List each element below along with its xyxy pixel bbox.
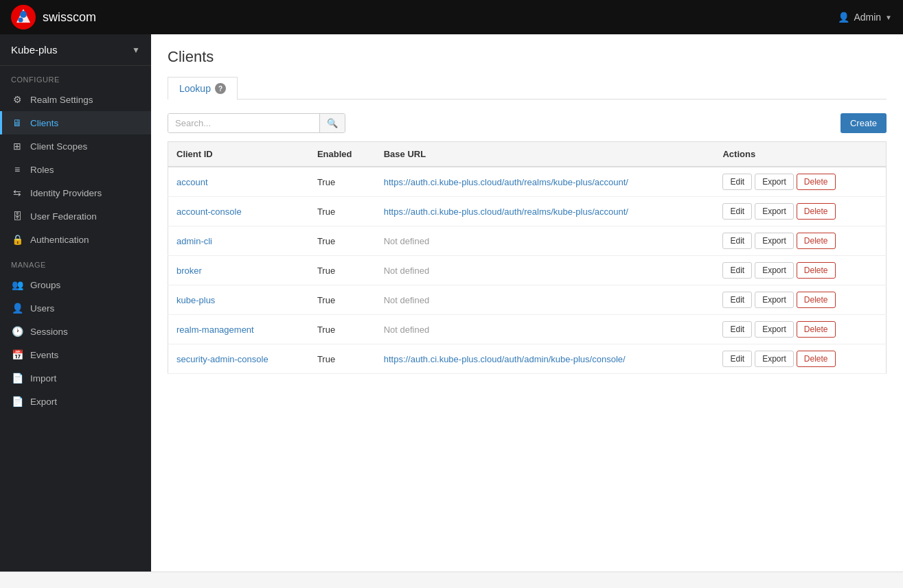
edit-button[interactable]: Edit — [722, 292, 752, 308]
tab-lookup[interactable]: Lookup ? — [168, 77, 238, 99]
delete-button[interactable]: Delete — [797, 233, 836, 249]
export-button[interactable]: Export — [755, 262, 794, 279]
sidebar-item-groups-label: Groups — [30, 280, 60, 290]
sidebar-item-export[interactable]: 📄 Export — [0, 390, 151, 413]
edit-button[interactable]: Edit — [722, 262, 752, 279]
help-icon[interactable]: ? — [215, 83, 226, 94]
export-button[interactable]: Export — [755, 174, 794, 190]
edit-button[interactable]: Edit — [722, 174, 752, 190]
content-area: Clients Lookup ? 🔍 Create Client ID Enab… — [151, 34, 903, 572]
cell-client-id: kube-plus — [168, 285, 309, 315]
export-button[interactable]: Export — [755, 321, 794, 338]
svg-point-2 — [20, 11, 27, 18]
cell-base-url: https://auth.ci.kube-plus.cloud/auth/adm… — [376, 344, 715, 374]
client-id-link[interactable]: security-admin-console — [176, 354, 268, 364]
export-button[interactable]: Export — [755, 292, 794, 308]
base-url-link[interactable]: https://auth.ci.kube-plus.cloud/auth/adm… — [384, 354, 626, 364]
base-url-link[interactable]: https://auth.ci.kube-plus.cloud/auth/rea… — [384, 177, 628, 187]
edit-button[interactable]: Edit — [722, 203, 752, 220]
sidebar-item-users[interactable]: 👤 Users — [0, 296, 151, 320]
navbar-brand: swisscom — [11, 5, 96, 30]
cell-base-url: https://auth.ci.kube-plus.cloud/auth/rea… — [376, 197, 715, 226]
manage-section-label: Manage — [0, 251, 151, 273]
swisscom-logo — [11, 5, 36, 30]
table-row: account-consoleTruehttps://auth.ci.kube-… — [168, 197, 887, 226]
sidebar-item-events[interactable]: 📅 Events — [0, 343, 151, 366]
create-button[interactable]: Create — [841, 113, 887, 133]
search-button[interactable]: 🔍 — [319, 114, 345, 132]
sidebar-item-client-scopes[interactable]: ⊞ Client Scopes — [0, 134, 151, 158]
tab-lookup-label: Lookup — [179, 83, 211, 94]
navbar: swisscom 👤 Admin ▼ — [0, 0, 903, 34]
col-actions: Actions — [714, 142, 886, 167]
events-icon: 📅 — [11, 349, 23, 360]
edit-button[interactable]: Edit — [722, 351, 752, 367]
realm-settings-icon: ⚙ — [11, 94, 23, 105]
sidebar-item-import[interactable]: 📄 Import — [0, 366, 151, 390]
delete-button[interactable]: Delete — [797, 351, 836, 367]
groups-icon: 👥 — [11, 279, 23, 290]
sidebar-item-authentication[interactable]: 🔒 Authentication — [0, 228, 151, 251]
sessions-icon: 🕐 — [11, 326, 23, 337]
cell-actions: EditExportDelete — [714, 167, 886, 197]
client-id-link[interactable]: kube-plus — [176, 295, 215, 305]
sidebar-item-roles[interactable]: ≡ Roles — [0, 158, 151, 181]
roles-icon: ≡ — [11, 164, 23, 175]
client-id-link[interactable]: admin-cli — [176, 236, 212, 246]
user-menu[interactable]: 👤 Admin ▼ — [838, 12, 892, 23]
cell-base-url: Not defined — [376, 315, 715, 344]
delete-button[interactable]: Delete — [797, 262, 836, 279]
table-row: realm-managementTrueNot definedEditExpor… — [168, 315, 887, 344]
authentication-icon: 🔒 — [11, 234, 23, 245]
export-button[interactable]: Export — [755, 203, 794, 220]
realm-selector[interactable]: Kube-plus ▼ — [0, 34, 151, 66]
base-url-link[interactable]: https://auth.ci.kube-plus.cloud/auth/rea… — [384, 207, 628, 217]
sidebar-item-sessions-label: Sessions — [30, 327, 68, 337]
export-button[interactable]: Export — [755, 233, 794, 249]
client-id-link[interactable]: realm-management — [176, 325, 254, 335]
sidebar-item-users-label: Users — [30, 303, 54, 314]
export-icon: 📄 — [11, 396, 23, 407]
edit-button[interactable]: Edit — [722, 233, 752, 249]
cell-actions: EditExportDelete — [714, 285, 886, 315]
sidebar-item-user-federation-label: User Federation — [30, 211, 97, 222]
sidebar-item-client-scopes-label: Client Scopes — [30, 141, 87, 152]
users-icon: 👤 — [11, 303, 23, 314]
cell-base-url: https://auth.ci.kube-plus.cloud/auth/rea… — [376, 167, 715, 197]
sidebar-item-authentication-label: Authentication — [30, 235, 89, 245]
cell-enabled: True — [309, 226, 376, 256]
sidebar-item-roles-label: Roles — [30, 165, 54, 175]
sidebar-item-identity-providers-label: Identity Providers — [30, 188, 102, 198]
sidebar-item-clients[interactable]: 🖥 Clients — [0, 111, 151, 134]
sidebar-item-realm-settings[interactable]: ⚙ Realm Settings — [0, 88, 151, 111]
cell-base-url: Not defined — [376, 256, 715, 285]
realm-chevron-icon: ▼ — [132, 45, 140, 55]
cell-enabled: True — [309, 197, 376, 226]
table-row: kube-plusTrueNot definedEditExportDelete — [168, 285, 887, 315]
client-id-link[interactable]: account-console — [176, 207, 242, 217]
search-box: 🔍 — [168, 113, 345, 133]
client-id-link[interactable]: broker — [176, 266, 202, 276]
delete-button[interactable]: Delete — [797, 292, 836, 308]
sidebar-item-realm-settings-label: Realm Settings — [30, 95, 93, 105]
table-row: security-admin-consoleTruehttps://auth.c… — [168, 344, 887, 374]
edit-button[interactable]: Edit — [722, 321, 752, 338]
export-button[interactable]: Export — [755, 351, 794, 367]
sidebar: Kube-plus ▼ Configure ⚙ Realm Settings 🖥… — [0, 34, 151, 572]
sidebar-item-groups[interactable]: 👥 Groups — [0, 273, 151, 296]
import-icon: 📄 — [11, 373, 23, 384]
cell-actions: EditExportDelete — [714, 315, 886, 344]
clients-icon: 🖥 — [11, 117, 23, 128]
search-input[interactable] — [168, 114, 319, 132]
sidebar-item-identity-providers[interactable]: ⇆ Identity Providers — [0, 181, 151, 204]
cell-client-id: broker — [168, 256, 309, 285]
main-layout: Kube-plus ▼ Configure ⚙ Realm Settings 🖥… — [0, 34, 903, 572]
sidebar-item-user-federation[interactable]: 🗄 User Federation — [0, 204, 151, 228]
delete-button[interactable]: Delete — [797, 203, 836, 220]
client-id-link[interactable]: account — [176, 177, 208, 187]
configure-section-label: Configure — [0, 66, 151, 88]
delete-button[interactable]: Delete — [797, 174, 836, 190]
sidebar-item-sessions[interactable]: 🕐 Sessions — [0, 320, 151, 343]
delete-button[interactable]: Delete — [797, 321, 836, 338]
cell-actions: EditExportDelete — [714, 226, 886, 256]
